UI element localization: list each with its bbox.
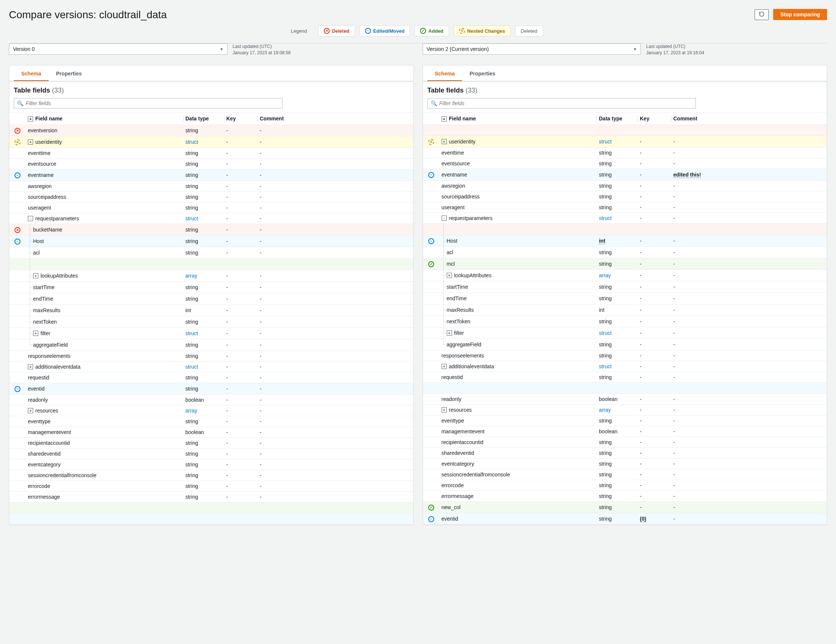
key-value: - <box>640 450 642 456</box>
tab-properties[interactable]: Properties <box>49 67 89 81</box>
field-name: requestid <box>28 375 49 380</box>
key-value: - <box>226 386 228 392</box>
chevron-down-icon: ▼ <box>220 47 224 51</box>
key-value: - <box>226 451 228 457</box>
comment-value: - <box>673 272 675 278</box>
field-name: eventtype <box>442 418 464 424</box>
key-value: - <box>640 418 642 424</box>
table-row: errorcodestring-- <box>423 480 827 491</box>
expand-toggle[interactable]: + <box>447 330 452 336</box>
field-name: lookupAttributes <box>454 272 491 278</box>
type-link[interactable]: struct <box>186 215 198 222</box>
expand-toggle[interactable]: + <box>28 408 33 413</box>
type-link[interactable]: struct <box>599 139 611 145</box>
type-value: string <box>599 353 611 359</box>
type-link[interactable]: struct <box>186 364 198 370</box>
tab-schema[interactable]: Schema <box>428 67 462 81</box>
version-select-right[interactable]: Version 2 (Current version) ▼ <box>423 44 641 55</box>
comment-value: - <box>260 172 262 178</box>
comment-value: - <box>260 419 262 424</box>
key-value: - <box>226 483 228 489</box>
version-select-left[interactable]: Version 0 ▼ <box>9 44 227 55</box>
expand-all[interactable]: + <box>28 116 33 122</box>
table-row <box>423 383 827 394</box>
type-link[interactable]: struct <box>186 330 198 336</box>
table-row: sessioncredentialfromconsolestring-- <box>423 470 827 480</box>
nested-icon: ✕ <box>459 28 465 34</box>
comment-value: - <box>673 374 675 380</box>
type-value: string <box>599 249 611 255</box>
expand-toggle[interactable]: + <box>442 364 447 369</box>
comment-value: - <box>673 493 675 499</box>
table-row: aclstring-- <box>9 247 413 259</box>
expand-toggle[interactable]: + <box>442 407 447 412</box>
type-link[interactable]: struct <box>599 330 611 336</box>
key-value: - <box>640 461 642 467</box>
key-value: (0) <box>640 516 646 522</box>
field-name: recipientaccountid <box>28 440 70 446</box>
expand-toggle[interactable]: + <box>447 273 452 278</box>
expand-toggle[interactable]: - <box>442 215 447 221</box>
table-row: sessioncredentialfromconsolestring-- <box>9 470 413 481</box>
field-name: new_col <box>442 504 460 510</box>
type-link[interactable]: array <box>599 272 611 278</box>
expand-toggle[interactable]: - <box>28 216 33 221</box>
comment-value: - <box>260 284 262 290</box>
field-name: requestid <box>442 374 463 380</box>
refresh-button[interactable] <box>754 9 769 20</box>
expand-toggle[interactable]: + <box>33 273 38 278</box>
type-value: string <box>186 250 198 256</box>
key-value: - <box>226 296 228 302</box>
table-row: eventtimestring-- <box>423 148 827 158</box>
table-row <box>423 224 827 235</box>
type-link[interactable]: array <box>186 273 198 279</box>
comment-value: - <box>673 353 675 359</box>
filter-fields-input[interactable]: 🔍 <box>14 98 282 109</box>
key-value: - <box>226 172 228 178</box>
table-row: readonlyboolean-- <box>423 394 827 405</box>
field-name: eventtime <box>442 150 464 156</box>
comment-value: - <box>260 205 262 211</box>
legend-added[interactable]: ✓Added <box>415 25 449 36</box>
comment-value: - <box>260 227 262 233</box>
comment-value: - <box>673 429 675 434</box>
type-link[interactable]: array <box>186 408 198 414</box>
expand-toggle[interactable]: + <box>28 364 33 369</box>
type-link[interactable]: array <box>599 407 611 413</box>
table-row: eventtypestring-- <box>9 416 413 427</box>
type-value: string <box>599 183 611 189</box>
type-link[interactable]: struct <box>599 215 611 221</box>
comment-value: - <box>260 150 262 156</box>
type-value: string <box>599 150 611 156</box>
table-row: ✓new_colstring-- <box>423 502 827 513</box>
type-value: int <box>186 307 191 313</box>
type-value: string <box>599 295 611 302</box>
type-value: string <box>599 161 611 166</box>
legend-edited[interactable]: −Edited/Moved <box>359 25 410 36</box>
type-value: string <box>599 483 611 488</box>
type-value: string <box>186 238 198 244</box>
expand-all[interactable]: + <box>442 116 447 122</box>
type-link[interactable]: struct <box>599 364 611 369</box>
stop-comparing-button[interactable]: Stop comparing <box>773 9 827 20</box>
field-name: errormessage <box>442 493 474 499</box>
expand-toggle[interactable]: + <box>33 331 38 336</box>
legend-plain[interactable]: Deleted <box>515 26 543 36</box>
tab-schema[interactable]: Schema <box>14 67 49 81</box>
type-link[interactable]: struct <box>186 139 198 145</box>
table-row: eventcategorystring-- <box>423 458 827 470</box>
field-name: eventcategory <box>442 461 474 467</box>
tab-properties[interactable]: Properties <box>462 67 503 81</box>
field-name: aggregateField <box>33 342 68 348</box>
legend-deleted[interactable]: ✕Deleted <box>318 25 355 36</box>
field-name: responseelements <box>28 353 70 359</box>
comment-value: - <box>260 429 262 435</box>
comment-value: - <box>260 215 262 222</box>
expand-toggle[interactable]: + <box>442 139 447 144</box>
key-value: - <box>640 204 642 210</box>
type-value: string <box>186 375 198 380</box>
legend-nested[interactable]: ✕Nested Changes <box>454 25 511 36</box>
field-name: aggregateField <box>447 341 482 347</box>
filter-fields-input[interactable]: 🔍 <box>428 98 696 109</box>
expand-toggle[interactable]: + <box>28 139 33 145</box>
